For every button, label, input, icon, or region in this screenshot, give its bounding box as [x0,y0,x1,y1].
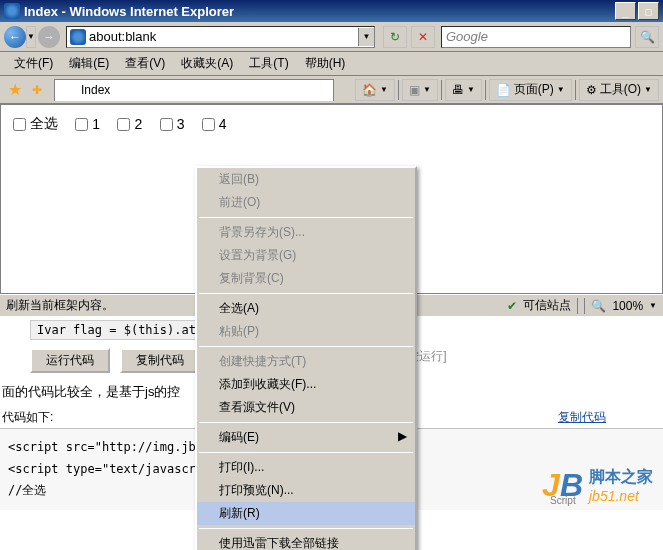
url-text: about:blank [89,29,358,44]
print-icon: 🖶 [452,83,464,97]
separator [199,452,413,453]
print-button[interactable]: 🖶▼ [445,79,482,101]
logo-cn-text: 脚本之家 [589,467,653,488]
tabbar: ★ ✚ Index 🏠▼ ▣▼ 🖶▼ 📄页面(P)▼ ⚙工具(O)▼ [0,76,663,104]
cm-paste[interactable]: 粘贴(P) [197,320,415,343]
back-button[interactable]: ← ▼ [4,26,36,48]
checkbox-item[interactable]: 4 [202,116,227,132]
search-box[interactable]: Google [441,26,631,48]
favorites-star-icon[interactable]: ★ [4,79,26,101]
back-dropdown[interactable]: ▼ [26,26,36,48]
address-bar[interactable]: about:blank ▼ [66,26,375,48]
run-code-button[interactable]: 运行代码 [30,348,110,373]
menu-view[interactable]: 查看(V) [117,52,173,75]
cm-view-source[interactable]: 查看源文件(V) [197,396,415,419]
cm-set-as-bg[interactable]: 设置为背景(G) [197,244,415,267]
separator [199,293,413,294]
separator [575,80,576,100]
stop-icon: ✕ [418,30,428,44]
separator [441,80,442,100]
refresh-button[interactable]: ↻ [383,26,407,48]
home-button[interactable]: 🏠▼ [355,79,395,101]
arrow-right-icon: → [43,30,55,44]
context-menu: 返回(B) 前进(O) 背景另存为(S)... 设置为背景(G) 复制背景(C)… [195,166,417,510]
checkbox-selectall[interactable]: 全选 [13,115,58,133]
menu-edit[interactable]: 编辑(E) [61,52,117,75]
site-logo: JB Script 脚本之家 jb51.net [542,467,653,504]
cm-add-favorite[interactable]: 添加到收藏夹(F)... [197,373,415,396]
plus-star-icon: ✚ [32,83,42,97]
menubar: 文件(F) 编辑(E) 查看(V) 收藏夹(A) 工具(T) 帮助(H) [0,52,663,76]
cm-forward[interactable]: 前进(O) [197,191,415,214]
separator [199,346,413,347]
cm-save-bg-as[interactable]: 背景另存为(S)... [197,221,415,244]
ie-icon [70,29,86,45]
checkbox-item[interactable]: 3 [160,116,185,132]
minimize-button[interactable]: _ [615,2,636,20]
ie-icon [63,83,77,97]
stop-button[interactable]: ✕ [411,26,435,48]
address-dropdown[interactable]: ▼ [358,28,374,46]
navbar: ← ▼ → about:blank ▼ ↻ ✕ Google 🔍 [0,22,663,52]
window-titlebar: Index - Windows Internet Explorer _ □ [0,0,663,22]
browser-tab[interactable]: Index [54,79,334,101]
rss-icon: ▣ [409,83,420,97]
window-title: Index - Windows Internet Explorer [24,4,613,19]
menu-tools[interactable]: 工具(T) [241,52,296,75]
cm-encoding[interactable]: 编码(E)▶ [197,426,415,449]
cm-print[interactable]: 打印(I)... [197,456,415,479]
zoom-level: 100% [612,299,643,313]
separator [485,80,486,100]
cm-print-preview[interactable]: 打印预览(N)... [197,479,415,502]
maximize-button[interactable]: □ [638,2,659,20]
trusted-site-label: 可信站点 [523,297,571,314]
gear-icon: ⚙ [586,83,597,97]
page-button[interactable]: 📄页面(P)▼ [489,79,572,101]
tab-title: Index [81,83,110,97]
page-icon: 📄 [496,83,511,97]
search-button[interactable]: 🔍 [635,26,659,48]
menu-help[interactable]: 帮助(H) [297,52,354,75]
code-label: 代码如下: [2,409,53,426]
forward-button[interactable]: → [38,26,60,48]
cm-back[interactable]: 返回(B) [197,168,415,191]
ie-icon [4,3,20,19]
tools-button[interactable]: ⚙工具(O)▼ [579,79,659,101]
menu-favorites[interactable]: 收藏夹(A) [173,52,241,75]
checkbox-item[interactable]: 2 [117,116,142,132]
copy-code-button[interactable]: 复制代码 [120,348,200,373]
separator [584,298,585,314]
cm-select-all[interactable]: 全选(A) [197,297,415,320]
cm-refresh[interactable]: 刷新(R) [197,502,415,510]
status-text: 刷新当前框架内容。 [6,297,114,314]
feeds-button[interactable]: ▣▼ [402,79,438,101]
refresh-icon: ↻ [390,30,400,44]
separator [199,217,413,218]
arrow-left-icon: ← [9,30,21,44]
cm-create-shortcut[interactable]: 创建快捷方式(T) [197,350,415,373]
add-favorite-button[interactable]: ✚ [26,79,48,101]
separator [577,298,578,314]
submenu-arrow-icon: ▶ [398,429,407,443]
zoom-dropdown[interactable]: ▼ [649,301,657,310]
shield-icon: ✔ [507,299,517,313]
logo-url-text: jb51.net [589,488,653,504]
separator [398,80,399,100]
cm-copy-bg[interactable]: 复制背景(C) [197,267,415,290]
home-icon: 🏠 [362,83,377,97]
checkbox-item[interactable]: 1 [75,116,100,132]
search-icon: 🔍 [640,30,655,44]
zoom-icon[interactable]: 🔍 [591,299,606,313]
logo-script-label: Script [550,495,576,506]
copy-code-link[interactable]: 复制代码 [558,409,606,426]
menu-file[interactable]: 文件(F) [6,52,61,75]
separator [199,422,413,423]
